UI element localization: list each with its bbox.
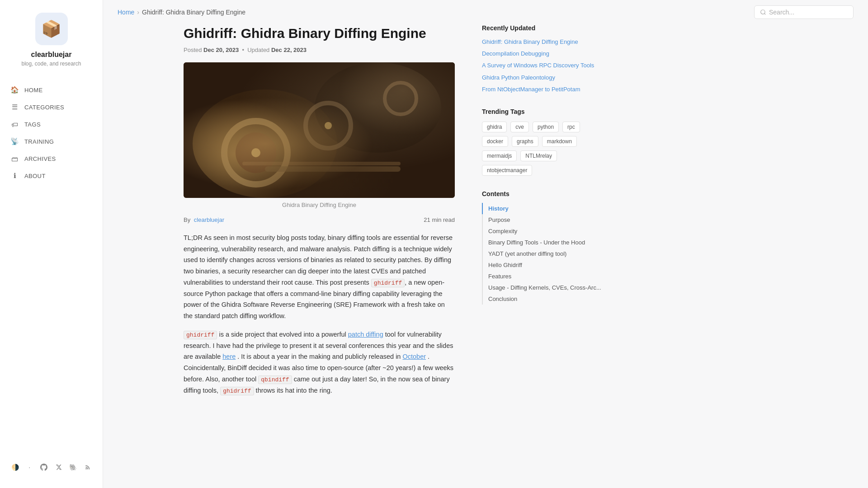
tags-icon: 🏷: [11, 120, 19, 128]
search-placeholder: Search...: [769, 9, 794, 16]
about-icon: ℹ: [11, 172, 19, 180]
article-image-caption: Ghidra Binary Diffing Engine: [184, 202, 455, 208]
inline-code-ghidriff2: ghidriff: [184, 331, 217, 339]
tag[interactable]: ntobjectmanager: [482, 165, 532, 176]
toc-item-conclusion[interactable]: Conclusion: [482, 293, 609, 305]
twitter-icon[interactable]: [55, 463, 63, 472]
right-sidebar: Recently Updated Ghidriff: Ghidra Binary…: [473, 24, 609, 404]
sidebar-nav: 🏠HOME☰CATEGORIES🏷TAGS📡TRAINING🗃ARCHIVESℹ…: [0, 81, 103, 455]
recently-updated-item[interactable]: A Survey of Windows RPC Discovery Tools: [482, 61, 609, 70]
sidebar-label-home: HOME: [24, 87, 43, 94]
svg-point-7: [385, 83, 416, 114]
recently-updated-item[interactable]: From NtObjectManager to PetitPotam: [482, 85, 609, 94]
byline-text: By clearbluejar: [184, 216, 224, 223]
posted-date: Dec 20, 2023: [203, 47, 239, 53]
article-byline: By clearbluejar 21 min read: [184, 216, 455, 223]
svg-point-10: [251, 148, 260, 157]
article-meta: Posted Dec 20, 2023 • Updated Dec 22, 20…: [184, 47, 455, 53]
site-name: clearbluejar: [31, 51, 72, 59]
site-logo: 📦: [35, 13, 68, 45]
toc-item-usage[interactable]: Usage - Diffing Kernels, CVEs, Cross-Arc…: [482, 282, 609, 293]
theme-toggle-icon[interactable]: 🌗: [11, 463, 19, 472]
svg-point-4: [224, 121, 288, 184]
inline-code-ghidriff: ghidriff: [371, 279, 405, 287]
rss-icon[interactable]: [84, 463, 92, 472]
patch-diffing-link[interactable]: patch diffing: [348, 331, 383, 338]
svg-point-6: [306, 103, 351, 148]
svg-point-11: [325, 122, 332, 129]
search-icon: [760, 9, 766, 15]
mastodon-icon[interactable]: 🐘: [69, 463, 77, 472]
inline-code-ghidriff3: ghidriff: [220, 387, 254, 395]
sidebar-label-tags: TAGS: [24, 121, 41, 128]
toc-item-yadt[interactable]: YADT (yet another diffing tool): [482, 248, 609, 259]
article-image-container: Ghidra Binary Diffing Engine: [184, 62, 455, 208]
sidebar-item-tags[interactable]: 🏷TAGS: [0, 116, 103, 133]
toc-title: Contents: [482, 190, 609, 197]
github-icon[interactable]: [40, 463, 48, 472]
article-body: TL;DR As seen in most security blog post…: [184, 232, 455, 396]
search-box[interactable]: Search...: [754, 5, 854, 19]
breadcrumb-home[interactable]: Home: [118, 9, 134, 16]
training-icon: 📡: [11, 137, 19, 145]
breadcrumb: Home › Ghidriff: Ghidra Binary Diffing E…: [118, 9, 245, 16]
recently-updated-item[interactable]: Decompilation Debugging: [482, 50, 609, 58]
toc-item-history[interactable]: History: [482, 203, 609, 214]
here-link[interactable]: here: [222, 353, 236, 360]
logo-section: 📦 clearbluejar blog, code, and research: [0, 0, 103, 74]
trending-tags-title: Trending Tags: [482, 108, 609, 115]
topbar: Home › Ghidriff: Ghidra Binary Diffing E…: [103, 0, 868, 24]
october-link[interactable]: October: [402, 353, 426, 360]
article-paragraph-1: TL;DR As seen in most security blog post…: [184, 232, 455, 322]
toc-item-binary-diffing-tools[interactable]: Binary Diffing Tools - Under the Hood: [482, 237, 609, 248]
sidebar-label-archives: ARCHIVES: [24, 155, 56, 162]
sidebar-item-training[interactable]: 📡TRAINING: [0, 133, 103, 150]
article-main: Ghidriff: Ghidra Binary Diffing Engine P…: [184, 24, 473, 404]
tag[interactable]: ghidra: [482, 122, 507, 132]
posted-label: Posted: [184, 47, 202, 53]
tag[interactable]: cve: [510, 122, 529, 132]
trending-tags-section: Trending Tags ghidracvepythonrpcdockergr…: [482, 108, 609, 176]
tag[interactable]: rpc: [562, 122, 580, 132]
toc-item-purpose[interactable]: Purpose: [482, 214, 609, 225]
sidebar-item-categories[interactable]: ☰CATEGORIES: [0, 99, 103, 116]
recently-updated-title: Recently Updated: [482, 24, 609, 32]
recently-updated-section: Recently Updated Ghidriff: Ghidra Binary…: [482, 24, 609, 94]
sidebar-footer: 🌗 · 🐘: [0, 455, 103, 479]
sidebar-label-about: ABOUT: [24, 173, 46, 179]
svg-rect-8: [265, 166, 401, 172]
sidebar-item-home[interactable]: 🏠HOME: [0, 81, 103, 99]
toc-section: Contents HistoryPurposeComplexityBinary …: [482, 190, 609, 305]
tag[interactable]: mermaidjs: [482, 150, 517, 161]
tag[interactable]: python: [533, 122, 559, 132]
recently-updated-item[interactable]: Ghidra Python Paleontology: [482, 74, 609, 82]
categories-icon: ☰: [11, 103, 19, 111]
article-author[interactable]: clearbluejar: [194, 216, 224, 223]
toc-item-hello-ghidriff[interactable]: Hello Ghidriff: [482, 259, 609, 271]
breadcrumb-separator: ›: [137, 9, 139, 16]
updated-label: Updated: [247, 47, 269, 53]
tags-container: ghidracvepythonrpcdockergraphsmarkdownme…: [482, 122, 609, 176]
tag[interactable]: markdown: [542, 136, 577, 147]
archives-icon: 🗃: [11, 155, 19, 163]
article-paragraph-2: ghidriff is a side project that evolved …: [184, 329, 455, 396]
updated-date: Dec 22, 2023: [271, 47, 307, 53]
content-layout: Ghidriff: Ghidra Binary Diffing Engine P…: [169, 24, 802, 404]
toc-item-features[interactable]: Features: [482, 271, 609, 282]
tag[interactable]: NTLMrelay: [520, 150, 557, 161]
svg-point-2: [193, 89, 337, 198]
tag[interactable]: docker: [482, 136, 508, 147]
svg-rect-9: [242, 162, 401, 165]
article-image-svg: [184, 62, 455, 198]
svg-point-3: [315, 62, 441, 153]
toc-item-complexity[interactable]: Complexity: [482, 225, 609, 237]
toc-list: HistoryPurposeComplexityBinary Diffing T…: [482, 203, 609, 305]
sidebar-item-about[interactable]: ℹABOUT: [0, 167, 103, 184]
tag[interactable]: graphs: [512, 136, 538, 147]
sidebar: 📦 clearbluejar blog, code, and research …: [0, 0, 103, 488]
recently-updated-item[interactable]: Ghidriff: Ghidra Binary Diffing Engine: [482, 38, 609, 46]
sidebar-label-training: TRAINING: [24, 138, 54, 145]
svg-point-5: [236, 132, 276, 173]
sidebar-item-archives[interactable]: 🗃ARCHIVES: [0, 150, 103, 167]
svg-point-0: [761, 10, 765, 14]
